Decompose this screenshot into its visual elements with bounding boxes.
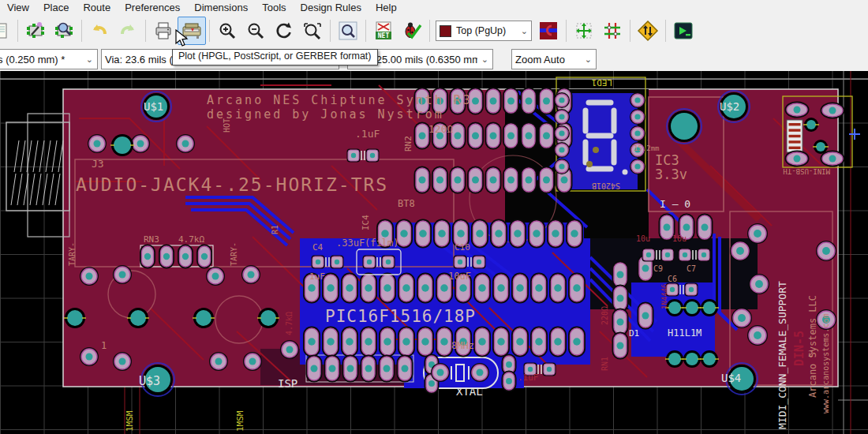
silkscreen-label: S4201B xyxy=(592,181,620,190)
silkscreen-label: 10u xyxy=(636,234,650,243)
eagle-board-editor-window: View Place Route Preferences Dimensions … xyxy=(0,0,868,434)
silkscreen-label: 2 xyxy=(808,349,814,359)
silkscreen-label: ISP xyxy=(278,377,297,390)
silkscreen-label: 1uF xyxy=(309,271,325,282)
silkscreen-label: .33uF(film) xyxy=(336,238,398,249)
align-icon[interactable] xyxy=(570,17,598,45)
silkscreen-label: 4.7kΩ xyxy=(285,312,294,335)
silkscreen-label: MINI-USB-TH xyxy=(783,167,830,175)
silkscreen-label: MIDI_CONN_FEMALE_SUPPORT xyxy=(776,281,788,429)
zoom-select-icon[interactable] xyxy=(298,17,327,45)
menu-bar: View Place Route Preferences Dimensions … xyxy=(0,0,868,15)
silkscreen-label: 220Ω xyxy=(600,306,609,325)
menu-route[interactable]: Route xyxy=(76,2,118,13)
silkscreen-label: PIC16F1516/18P xyxy=(325,307,476,326)
redraw-icon[interactable] xyxy=(270,17,298,45)
silkscreen-label: 1 xyxy=(101,340,107,351)
silkscreen-label: C6 xyxy=(668,275,677,283)
silkscreen-label: IC3 xyxy=(655,152,679,168)
silkscreen-label: U$1 xyxy=(144,100,163,113)
silkscreen-label: 10uF xyxy=(448,271,471,282)
zoom-out-icon[interactable] xyxy=(241,17,270,45)
zoom-in-icon[interactable] xyxy=(213,17,241,45)
silkscreen-label: DIN-5 xyxy=(792,331,806,366)
silkscreen-label: 1MSM xyxy=(235,410,245,432)
units-value: mils (0.250 mm) * xyxy=(0,54,68,65)
main-toolbar: NET Top (PgUp) ⌄ xyxy=(0,15,868,47)
silkscreen-label: 1MSM xyxy=(125,410,135,432)
silkscreen-label: TARY- xyxy=(68,242,77,266)
silkscreen-label: 1N4446 xyxy=(660,283,668,309)
silkscreen-label: BT8 xyxy=(398,198,415,209)
silkscreen-label: 8MHz xyxy=(451,340,474,351)
chevron-down-icon: ⌄ xyxy=(477,54,492,65)
silkscreen-label: D1 xyxy=(629,328,639,339)
search-board-icon[interactable] xyxy=(50,17,78,45)
silkscreen-label: 4.7kΩ xyxy=(178,234,204,245)
silkscreen-label: AUDIO-JACK4-.25-HORIZ-TRS xyxy=(76,174,388,195)
info-icon[interactable] xyxy=(334,17,362,45)
menu-view[interactable]: View xyxy=(0,2,36,13)
silkscreen-label: RN2 xyxy=(403,136,413,152)
swap-icon[interactable] xyxy=(634,17,662,45)
silkscreen-label: C4 xyxy=(312,242,324,253)
params-toolbar: mils (0.250 mm) * ⌄ Via: 23.6 mils (0.60… xyxy=(0,47,868,72)
edit-board-icon[interactable] xyxy=(21,17,50,45)
silkscreen-label: www.arcanosystems.com xyxy=(821,314,830,413)
menu-design-rules[interactable]: Design Rules xyxy=(294,2,369,13)
layer-color-swatch xyxy=(440,25,451,37)
silkscreen-label: RN3 xyxy=(144,234,159,245)
silkscreen-label: U$3 xyxy=(139,374,160,388)
redo-icon[interactable] xyxy=(114,17,142,45)
silkscreen-label: HOT xyxy=(223,118,231,133)
terminal-icon[interactable] xyxy=(669,17,698,45)
menu-preferences[interactable]: Preferences xyxy=(118,2,187,13)
layer-select-value: Top (PgUp) xyxy=(456,25,506,36)
silkscreen-label: LED1 xyxy=(592,77,613,88)
plot-tooltip: Plot (HPGL, PostScript, or GERBER format… xyxy=(172,49,378,65)
menu-tools[interactable]: Tools xyxy=(255,2,293,13)
undo-icon[interactable] xyxy=(85,17,114,45)
silkscreen-label: H11L1M xyxy=(668,327,702,339)
plot-icon[interactable] xyxy=(178,17,206,45)
silkscreen-label: U$2 xyxy=(720,100,739,113)
silkscreen-label: .1uF xyxy=(518,372,539,383)
silkscreen-label: IC4 xyxy=(361,215,371,230)
menu-dimensions[interactable]: Dimensions xyxy=(187,2,255,13)
silkscreen-label: U$4 xyxy=(721,372,741,384)
svg-text:NET: NET xyxy=(378,32,390,39)
silkscreen-label: C7 xyxy=(687,264,696,273)
silkscreen-label: C10 xyxy=(455,242,470,253)
silkscreen-label: 3.3v xyxy=(655,166,687,182)
silkscreen-label: R1 xyxy=(271,225,279,234)
pcb-drawing: Arcano NES Chiptune Synth R3designed by … xyxy=(0,71,868,434)
silkscreen-label: XTAL xyxy=(456,385,483,398)
silkscreen-label: 120Ω xyxy=(428,123,453,135)
open-sheet-icon[interactable] xyxy=(0,17,14,45)
silkscreen-label: C9 xyxy=(653,264,663,273)
chevron-down-icon: ⌄ xyxy=(521,26,528,36)
layer-select[interactable]: Top (PgUp) ⌄ xyxy=(436,21,532,41)
menu-help[interactable]: Help xyxy=(369,2,404,13)
netlist-icon[interactable]: NET xyxy=(369,17,398,45)
silkscreen-label: 15.2mm xyxy=(634,144,660,152)
silkscreen-label: Arcano NES Chiptune Synth R3 xyxy=(207,93,473,107)
silkscreen-label: 10u xyxy=(672,234,687,243)
print-icon[interactable] xyxy=(149,17,178,45)
units-select[interactable]: mils (0.250 mm) * ⌄ xyxy=(0,49,98,69)
silkscreen-label: Arcano Systems LLC xyxy=(807,295,818,398)
silkscreen-label: .1uF xyxy=(355,128,380,140)
silkscreen-label: designed by Jonas Nystrom xyxy=(207,107,444,122)
chevron-down-icon: ⌄ xyxy=(82,54,97,65)
zoom-select-combo[interactable]: Zoom Auto ⌄ xyxy=(511,49,597,69)
chevron-down-icon: ⌄ xyxy=(581,54,596,65)
pcb-canvas[interactable]: Arcano NES Chiptune Synth R3designed by … xyxy=(0,71,868,434)
silkscreen-label: I – 0 xyxy=(660,198,690,210)
drc-check-icon[interactable] xyxy=(398,17,426,45)
menu-place[interactable]: Place xyxy=(36,2,77,13)
change-layer-icon[interactable] xyxy=(534,17,563,45)
silkscreen-label: J3 xyxy=(92,158,104,170)
zoom-value: Zoom Auto xyxy=(512,54,568,65)
grid-snap-icon[interactable] xyxy=(598,17,627,45)
silkscreen-label: TARY- xyxy=(230,242,238,266)
